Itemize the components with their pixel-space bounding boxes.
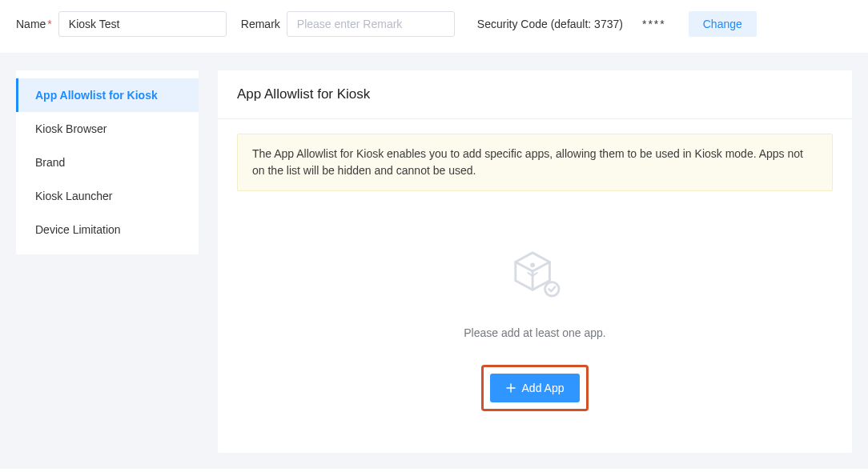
main-panel: App Allowlist for Kiosk The App Allowlis… — [218, 70, 852, 453]
panel-body: The App Allowlist for Kiosk enables you … — [218, 119, 852, 453]
change-button[interactable]: Change — [689, 11, 757, 37]
svg-point-0 — [530, 262, 535, 267]
sidebar-item-device-limitation[interactable]: Device Limitation — [16, 213, 199, 246]
remark-label: Remark — [241, 18, 280, 30]
security-code-mask: **** — [642, 18, 666, 30]
name-field-group: Name* — [16, 11, 227, 37]
sidebar-item-app-allowlist[interactable]: App Allowlist for Kiosk — [16, 78, 199, 112]
empty-state-text: Please add at least one app. — [464, 326, 605, 339]
add-app-label: Add App — [522, 382, 565, 394]
panel-title: App Allowlist for Kiosk — [237, 86, 833, 102]
top-bar: Name* Remark Security Code (default: 373… — [0, 0, 868, 53]
panel-header: App Allowlist for Kiosk — [218, 70, 852, 119]
sidebar-item-kiosk-launcher[interactable]: Kiosk Launcher — [16, 179, 199, 213]
sidebar-item-brand[interactable]: Brand — [16, 146, 199, 179]
plus-icon — [506, 383, 516, 393]
sidebar: App Allowlist for Kiosk Kiosk Browser Br… — [16, 70, 199, 254]
name-input[interactable] — [58, 11, 227, 37]
add-app-highlight: Add App — [481, 365, 589, 411]
empty-state: Please add at least one app. Add App — [237, 239, 833, 421]
body: App Allowlist for Kiosk Kiosk Browser Br… — [0, 53, 868, 469]
info-banner: The App Allowlist for Kiosk enables you … — [237, 134, 833, 191]
required-asterisk: * — [47, 18, 51, 30]
security-code-label: Security Code (default: 3737) — [477, 18, 623, 30]
add-app-button[interactable]: Add App — [490, 374, 581, 402]
sidebar-item-kiosk-browser[interactable]: Kiosk Browser — [16, 112, 199, 146]
remark-field-group: Remark — [241, 11, 455, 37]
remark-input[interactable] — [287, 11, 455, 37]
package-empty-icon — [508, 250, 562, 298]
name-label: Name* — [16, 18, 52, 30]
